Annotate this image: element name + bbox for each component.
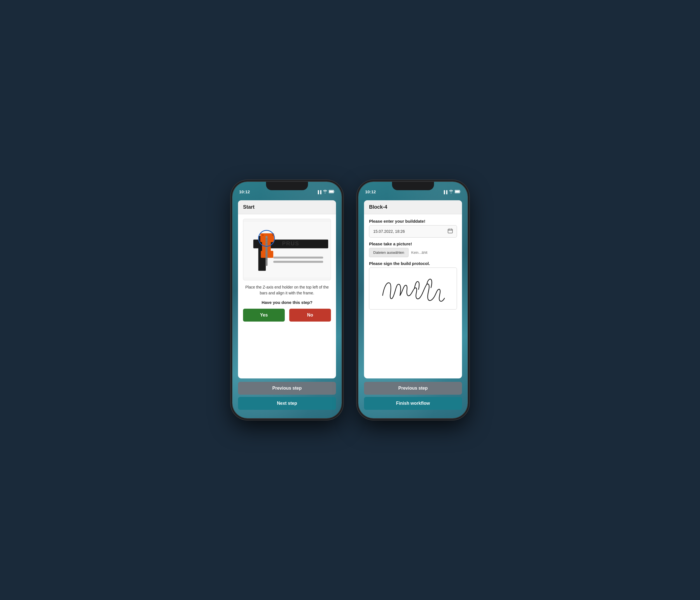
svg-text:PRUS: PRUS — [282, 240, 299, 246]
main-card-2: Block-4 Please enter your builddate! 15.… — [364, 200, 462, 379]
yes-button[interactable]: Yes — [243, 309, 285, 321]
notch — [266, 182, 308, 190]
nav-buttons-2: Previous step Finish workflow — [364, 382, 462, 410]
instruction-image: PRUS — [243, 219, 331, 280]
card-body: PRUS Place the Z-axis end holder on the … — [238, 214, 336, 379]
date-input-value: 15.07.2022, 18:26 — [373, 229, 448, 234]
svg-rect-1 — [329, 191, 333, 193]
finish-workflow-button[interactable]: Finish workflow — [364, 397, 462, 410]
file-input-wrapper: Dateien auswählen Kein...ählt — [369, 248, 457, 257]
svg-rect-27 — [273, 257, 323, 259]
picture-label: Please take a picture! — [369, 241, 457, 246]
svg-rect-35 — [448, 229, 452, 233]
svg-rect-2 — [243, 222, 331, 277]
signal-icon: ▐▐ — [317, 190, 321, 194]
card-title-2: Block-4 — [369, 204, 457, 210]
svg-rect-28 — [273, 261, 323, 263]
status-time-2: 10:12 — [365, 189, 376, 194]
no-button[interactable]: No — [289, 309, 331, 321]
nav-buttons: Previous step Next step — [238, 382, 336, 410]
prev-step-button-2[interactable]: Previous step — [364, 382, 462, 395]
status-time: 10:12 — [239, 189, 250, 194]
svg-point-31 — [262, 235, 264, 236]
wifi-icon — [323, 190, 327, 194]
phone-content: Start — [232, 196, 342, 418]
prev-step-button[interactable]: Previous step — [238, 382, 336, 395]
battery-icon-2 — [455, 190, 461, 194]
question-text: Have you done this step? — [243, 300, 331, 305]
status-icons: ▐▐ — [317, 190, 335, 194]
file-none-text: Kein...ählt — [411, 250, 428, 255]
picture-section: Please take a picture! Dateien auswählen… — [369, 241, 457, 257]
card-header-2: Block-4 — [364, 200, 462, 214]
main-card: Start — [238, 200, 336, 379]
signal-icon-2: ▐▐ — [443, 190, 447, 194]
signature-section: Please sign the build protocol. — [369, 261, 457, 310]
battery-icon — [329, 190, 335, 194]
card-title: Start — [243, 204, 331, 210]
status-icons-2: ▐▐ — [443, 190, 461, 194]
next-step-button[interactable]: Next step — [238, 397, 336, 410]
card-header: Start — [238, 200, 336, 214]
calendar-icon — [448, 228, 453, 235]
phone-content-2: Block-4 Please enter your builddate! 15.… — [358, 196, 468, 418]
builddate-section: Please enter your builddate! 15.07.2022,… — [369, 219, 457, 238]
file-button[interactable]: Dateien auswählen — [369, 248, 408, 257]
instruction-text: Place the Z-axis end holder on the top l… — [243, 284, 331, 296]
date-input-wrapper[interactable]: 15.07.2022, 18:26 — [369, 225, 457, 238]
builddate-label: Please enter your builddate! — [369, 219, 457, 223]
notch-2 — [392, 182, 434, 190]
phone-2: 10:12 ▐▐ — [358, 182, 468, 418]
signature-label: Please sign the build protocol. — [369, 261, 457, 266]
signature-area[interactable] — [369, 267, 457, 310]
phone-1: 10:12 ▐▐ — [232, 182, 342, 418]
wifi-icon-2 — [449, 190, 453, 194]
scene: 10:12 ▐▐ — [232, 182, 468, 418]
card-body-2: Please enter your builddate! 15.07.2022,… — [364, 214, 462, 379]
answer-buttons: Yes No — [243, 309, 331, 321]
svg-point-32 — [272, 235, 274, 236]
svg-rect-34 — [455, 191, 459, 193]
